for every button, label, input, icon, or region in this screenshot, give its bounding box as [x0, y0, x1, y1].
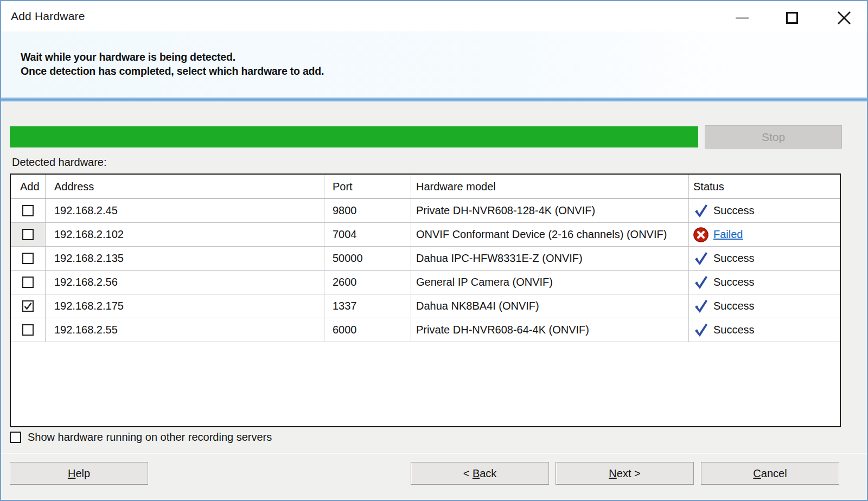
- cell-status: Success: [689, 247, 840, 271]
- help-button[interactable]: Help: [10, 462, 148, 485]
- cell-model: Dahua IPC-HFW8331E-Z (ONVIF): [411, 247, 689, 271]
- minimize-icon: [736, 17, 749, 19]
- add-hardware-dialog: Add Hardware Wait while your hardware is…: [0, 0, 868, 501]
- add-cell: [11, 199, 46, 223]
- cell-status: Success: [689, 271, 840, 294]
- row-checkbox[interactable]: [22, 300, 34, 312]
- row-checkbox[interactable]: [22, 229, 34, 240]
- detected-hardware-label: Detected hardware:: [12, 156, 107, 169]
- cell-status: Success: [689, 199, 840, 223]
- instruction-line-2: Once detection has completed, select whi…: [21, 64, 324, 78]
- column-header-hardware-model[interactable]: Hardware model: [411, 175, 689, 199]
- instruction-band-right: [738, 31, 866, 97]
- cell-address: 192.168.2.175: [46, 294, 324, 318]
- minimize-button[interactable]: [733, 9, 751, 27]
- show-hardware-checkbox[interactable]: [10, 432, 21, 443]
- cell-address: 192.168.2.55: [46, 318, 324, 342]
- cell-model: ONVIF Conformant Device (2-16 channels) …: [411, 223, 689, 247]
- status-indicator: Failed: [693, 227, 743, 242]
- add-cell: [11, 318, 46, 342]
- table-row[interactable]: 192.168.2.102 7004 ONVIF Conformant Devi…: [11, 223, 840, 247]
- column-header-status[interactable]: Status: [689, 175, 840, 199]
- cell-model: General IP Camera (ONVIF): [411, 271, 689, 294]
- cell-model: Private DH-NVR608-128-4K (ONVIF): [411, 199, 689, 223]
- success-check-icon: [693, 251, 709, 267]
- cell-port: 7004: [324, 223, 411, 247]
- table-body: 192.168.2.45 9800 Private DH-NVR608-128-…: [11, 199, 840, 342]
- row-checkbox[interactable]: [22, 277, 34, 288]
- status-label[interactable]: Failed: [713, 228, 743, 241]
- column-header-port[interactable]: Port: [324, 175, 411, 199]
- cell-address: 192.168.2.135: [46, 247, 324, 271]
- status-label: Success: [713, 204, 755, 217]
- detection-progress-bar: [10, 126, 698, 147]
- add-cell: [11, 294, 46, 318]
- success-check-icon: [693, 203, 709, 219]
- status-indicator: Success: [693, 274, 755, 291]
- checkmark-icon: [23, 301, 33, 311]
- cancel-button[interactable]: Cancel: [701, 462, 839, 485]
- next-button[interactable]: Next >: [556, 462, 694, 485]
- cell-address: 192.168.2.102: [46, 223, 324, 247]
- cell-port: 50000: [324, 247, 411, 271]
- status-indicator: Success: [693, 298, 755, 314]
- table-header-row: Add Address Port Hardware model Status: [11, 175, 840, 199]
- success-check-icon: [693, 298, 709, 314]
- back-button[interactable]: < Back: [411, 462, 549, 485]
- failed-error-icon: [693, 227, 709, 242]
- cell-port: 6000: [324, 318, 411, 342]
- cell-model: Dahua NK8BA4I (ONVIF): [411, 294, 689, 318]
- cell-status: Success: [689, 318, 840, 342]
- cell-status: Success: [689, 294, 840, 318]
- detected-hardware-table: Add Address Port Hardware model Status 1…: [10, 174, 841, 427]
- wizard-instructions: Wait while your hardware is being detect…: [21, 50, 324, 78]
- status-label: Success: [713, 252, 755, 265]
- close-icon: [837, 10, 852, 25]
- close-button[interactable]: [835, 9, 853, 27]
- footer-divider: [1, 453, 867, 454]
- success-check-icon: [693, 274, 709, 291]
- add-cell: [11, 223, 46, 247]
- table-row[interactable]: 192.168.2.56 2600 General IP Camera (ONV…: [11, 271, 840, 294]
- cell-model: Private DH-NVR608-64-4K (ONVIF): [411, 318, 689, 342]
- success-check-icon: [693, 322, 709, 338]
- show-hardware-row: Show hardware running on other recording…: [10, 431, 272, 444]
- cell-address: 192.168.2.56: [46, 271, 324, 294]
- status-indicator: Success: [693, 251, 755, 267]
- status-indicator: Success: [693, 203, 755, 219]
- cell-status: Failed: [689, 223, 840, 247]
- cell-port: 1337: [324, 294, 411, 318]
- window-title: Add Hardware: [11, 10, 85, 23]
- cell-port: 9800: [324, 199, 411, 223]
- row-checkbox[interactable]: [22, 253, 34, 264]
- table-row[interactable]: 192.168.2.175 1337 Dahua NK8BA4I (ONVIF)…: [11, 294, 840, 318]
- cell-address: 192.168.2.45: [46, 199, 324, 223]
- status-indicator: Success: [693, 322, 755, 338]
- title-bar: Add Hardware: [1, 1, 867, 31]
- header-separator: [1, 97, 867, 102]
- status-label: Success: [713, 276, 755, 288]
- table-row[interactable]: 192.168.2.135 50000 Dahua IPC-HFW8331E-Z…: [11, 247, 840, 271]
- row-checkbox[interactable]: [22, 324, 34, 336]
- table-row[interactable]: 192.168.2.45 9800 Private DH-NVR608-128-…: [11, 199, 840, 223]
- status-label: Success: [713, 324, 755, 336]
- column-header-add[interactable]: Add: [11, 175, 46, 199]
- maximize-icon: [786, 12, 798, 24]
- column-header-address[interactable]: Address: [46, 175, 324, 199]
- instruction-line-1: Wait while your hardware is being detect…: [21, 50, 324, 64]
- table-row[interactable]: 192.168.2.55 6000 Private DH-NVR608-64-4…: [11, 318, 840, 342]
- show-hardware-label: Show hardware running on other recording…: [28, 431, 272, 444]
- row-checkbox[interactable]: [22, 205, 34, 216]
- stop-button[interactable]: Stop: [705, 125, 842, 149]
- cell-port: 2600: [324, 271, 411, 294]
- add-cell: [11, 271, 46, 294]
- status-label: Success: [713, 300, 755, 312]
- maximize-button[interactable]: [783, 9, 801, 27]
- add-cell: [11, 247, 46, 271]
